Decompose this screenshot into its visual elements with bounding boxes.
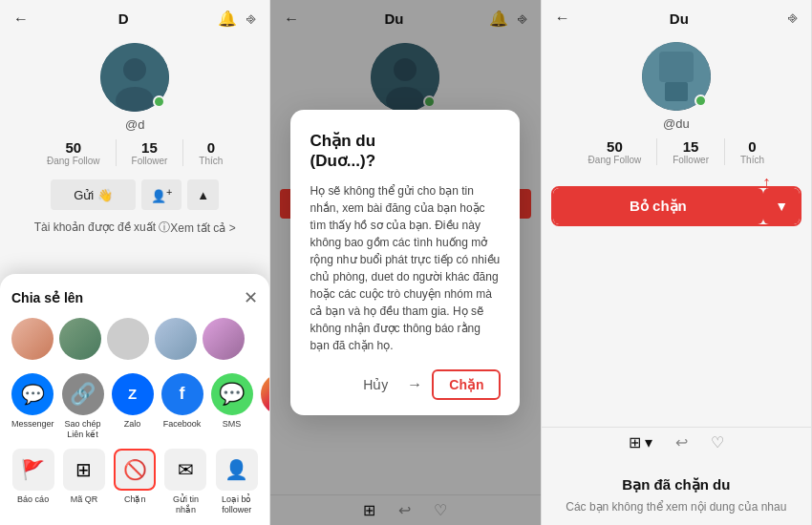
back-button-1[interactable]: ← — [13, 10, 29, 28]
top-bar-1: ← D 🔔 ⎆ — [0, 0, 269, 33]
share-title: Chia sẻ lên — [11, 290, 83, 305]
sms-label: SMS — [223, 419, 242, 430]
page-title-3: Du — [670, 10, 689, 27]
dialog-actions: Hủy → Chặn — [310, 369, 501, 400]
top-icons-3: ⎆ — [788, 10, 798, 27]
svg-point-1 — [123, 58, 146, 81]
cancel-dialog-button[interactable]: Hủy — [353, 371, 397, 398]
username-1: @d — [125, 117, 144, 132]
facebook-icon: f — [161, 373, 203, 415]
expand-button-1[interactable]: ▲ — [187, 179, 219, 210]
online-indicator-3 — [694, 94, 707, 107]
page-title-1: D — [118, 10, 129, 27]
bottom-icon-report[interactable]: 🚩 Báo cáo — [11, 449, 54, 515]
stat-likes-3: 0 Thích — [725, 138, 780, 165]
block-label: Chặn — [124, 494, 146, 505]
profile-section-3: @du 50 Đang Follow 15 Follower 0 Thích — [542, 32, 811, 180]
suggested-row-1: Tài khoản được đề xuất ⓘ Xem tất cả > — [23, 216, 247, 240]
stat-likes-1: 0 Thích — [183, 139, 238, 166]
zalo-label: Zalo — [124, 419, 141, 430]
panel-3: ← Du ⎆ @du 50 Đang Follow 15 — [542, 0, 812, 525]
arrow-right-icon: → — [407, 376, 422, 393]
app-icon-copy-link[interactable]: 🔗 Sao chép Liên kết — [62, 373, 104, 440]
bo-chan-section: Bỏ chặn ▼ ↑ — [542, 180, 811, 232]
qr-icon: ⊞ — [63, 449, 105, 491]
share-overlay: Chia sẻ lên ✕ 💬 Messenger 🔗 Sao chép Liê… — [0, 274, 269, 525]
profile-section-1: @d 50 Đang Follow 15 Follower 0 Thích Gử… — [0, 33, 269, 247]
app-icon-facebook[interactable]: f Facebook — [161, 373, 203, 440]
username-3: @du — [663, 116, 690, 131]
blocked-subtitle: Các bạn không thể xem nội dung của nhau — [561, 499, 792, 515]
avatar-3 — [642, 42, 711, 111]
dialog-body: Họ sẽ không thể gửi cho bạn tin nhắn, xe… — [310, 182, 501, 354]
svg-rect-7 — [659, 52, 694, 82]
instagram-icon: 📷 — [261, 373, 271, 415]
tab-grid-icon-3[interactable]: ⊞ ▾ — [629, 433, 652, 452]
app-icon-zalo[interactable]: Z Zalo — [112, 373, 154, 440]
bo-chan-button[interactable]: Bỏ chặn — [553, 188, 763, 224]
app-icon-sms[interactable]: 💬 SMS — [211, 373, 253, 440]
block-dialog: Chặn du(Duơ...)? Họ sẽ không thể gửi cho… — [290, 110, 520, 415]
action-row-1: Gửi 👋 👤+ ▲ — [39, 174, 230, 216]
send-button-1[interactable]: Gửi 👋 — [51, 179, 136, 210]
avatar-1 — [100, 43, 169, 112]
bottom-icon-block[interactable]: 🚫 Chặn — [114, 449, 157, 515]
message-label: Gửi tin nhắn — [164, 494, 207, 515]
share-icon-1[interactable]: ⎆ — [246, 10, 256, 28]
top-bar-3: ← Du ⎆ — [542, 0, 811, 32]
stat-follower-1: 15 Follower — [117, 139, 184, 166]
share-avatar-2[interactable] — [59, 318, 101, 360]
bottom-icon-message[interactable]: ✉ Gửi tin nhắn — [164, 449, 207, 515]
notification-icon-1[interactable]: 🔔 — [218, 10, 237, 28]
stats-row-3: 50 Đang Follow 15 Follower 0 Thích — [542, 138, 811, 165]
messenger-label: Messenger — [11, 419, 54, 430]
dropdown-button[interactable]: ▼ — [763, 188, 800, 224]
facebook-label: Facebook — [163, 419, 202, 430]
app-icon-messenger[interactable]: 💬 Messenger — [11, 373, 54, 440]
top-icons-1: 🔔 ⎆ — [218, 10, 256, 28]
arrow-up-icon: ↑ — [762, 173, 771, 193]
qr-label: Mã QR — [71, 494, 98, 505]
share-icon-3[interactable]: ⎆ — [788, 10, 798, 27]
message-icon: ✉ — [164, 449, 206, 491]
copy-link-label: Sao chép Liên kết — [62, 419, 104, 440]
follow-plus-button-1[interactable]: 👤+ — [141, 179, 182, 210]
block-icon: 🚫 — [114, 449, 156, 491]
dialog-title: Chặn du(Duơ...)? — [310, 131, 501, 171]
blocked-info-section: Bạn đã chặn du Các bạn không thể xem nội… — [542, 457, 811, 525]
messenger-icon: 💬 — [11, 373, 53, 415]
bottom-icon-remove-follower[interactable]: 👤 Loại bỏ follower — [215, 449, 258, 515]
bottom-icon-qr[interactable]: ⊞ Mã QR — [62, 449, 105, 515]
copy-link-icon: 🔗 — [62, 373, 104, 415]
stats-row-1: 50 Đang Follow 15 Follower 0 Thích — [0, 139, 269, 166]
online-indicator-1 — [153, 95, 165, 108]
panel-1: ← D 🔔 ⎆ @d 50 Đang Follow 15 — [0, 0, 270, 525]
share-header: Chia sẻ lên ✕ — [11, 289, 258, 306]
app-icon-instagram[interactable]: 📷 Ins... — [261, 373, 271, 440]
tabs-row-3: ⊞ ▾ ↩ ♡ — [542, 427, 811, 457]
sms-icon: 💬 — [211, 373, 253, 415]
share-avatar-1[interactable] — [11, 318, 53, 360]
app-icons-row: 💬 Messenger 🔗 Sao chép Liên kết Z Zalo f… — [11, 373, 258, 440]
remove-follower-icon: 👤 — [216, 449, 258, 491]
confirm-block-button[interactable]: Chặn — [432, 369, 501, 400]
svg-rect-8 — [665, 82, 688, 101]
close-share-button[interactable]: ✕ — [244, 289, 258, 306]
stat-follower-3: 15 Follower — [657, 138, 725, 165]
stat-following-3: 50 Đang Follow — [573, 138, 658, 165]
share-avatars-row — [11, 318, 258, 360]
tab-heart-icon-3[interactable]: ♡ — [711, 433, 724, 452]
report-label: Báo cáo — [17, 494, 49, 505]
bottom-icons-row: 🚩 Báo cáo ⊞ Mã QR 🚫 Chặn ✉ Gửi tin nhắn … — [11, 449, 258, 515]
back-button-3[interactable]: ← — [555, 10, 570, 27]
stat-following-1: 50 Đang Follow — [32, 139, 117, 166]
panel-2: ← Du 🔔 ⎆ @du 50 Đang Follow 1 — [270, 0, 541, 525]
tab-repost-icon-3[interactable]: ↩ — [675, 433, 688, 452]
share-avatar-5[interactable] — [203, 318, 245, 360]
remove-follower-label: Loại bỏ follower — [215, 494, 258, 515]
share-avatar-4[interactable] — [155, 318, 197, 360]
report-icon: 🚩 — [12, 449, 54, 491]
share-avatar-3[interactable] — [107, 318, 149, 360]
zalo-icon: Z — [112, 373, 154, 415]
blocked-title: Bạn đã chặn du — [561, 476, 792, 494]
